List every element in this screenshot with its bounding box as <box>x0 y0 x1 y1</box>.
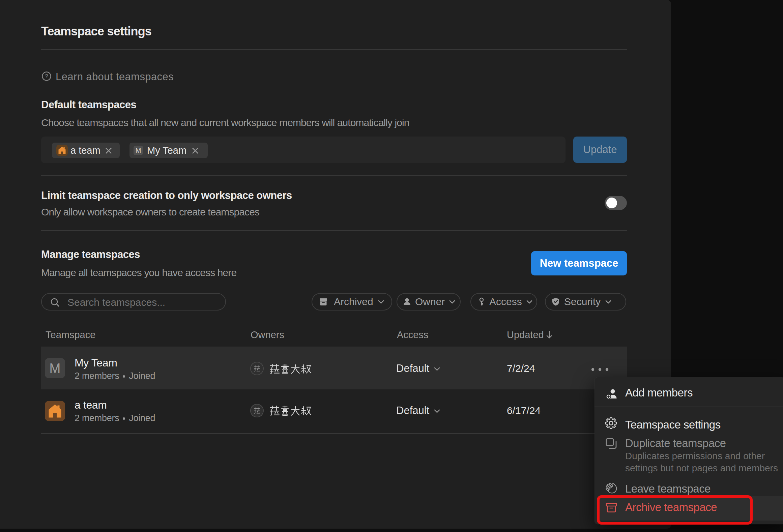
svg-text:?: ? <box>45 73 48 80</box>
